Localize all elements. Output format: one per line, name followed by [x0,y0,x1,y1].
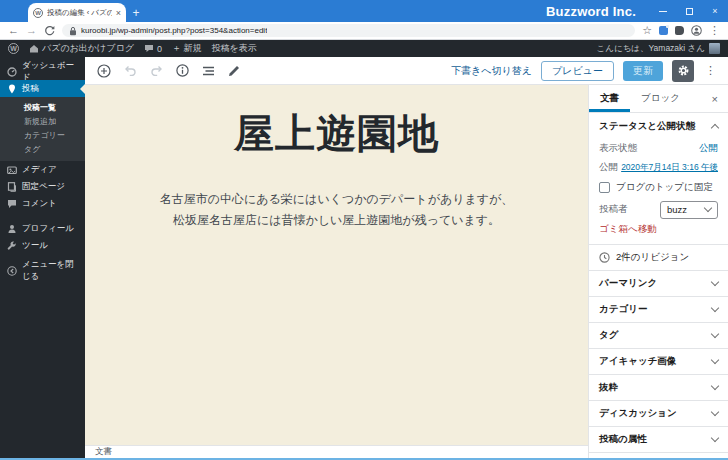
chevron-down-icon [711,434,719,442]
undo-icon[interactable] [124,65,137,76]
back-icon[interactable]: ← [8,25,19,36]
work-row: 屋上遊園地 名古屋市の中心にある栄にはいくつかのデパートがありますが、 松坂屋名… [85,85,728,458]
close-button[interactable]: × [702,0,728,22]
reload-icon[interactable] [44,25,55,36]
chevron-down-icon [711,408,719,416]
editor-tools [97,64,240,78]
extensions-menu-icon[interactable] [675,26,684,35]
editor-canvas-column: 屋上遊園地 名古屋市の中心にある栄にはいくつかのデパートがありますが、 松坂屋名… [85,85,588,458]
submenu-all-posts[interactable]: 投稿一覧 [0,100,85,114]
chevron-down-icon [711,278,719,286]
menu-item-pages[interactable]: 固定ページ [0,178,85,195]
panel-permalink[interactable]: パーマリンク [589,271,728,297]
menu-item-posts[interactable]: 投稿 [0,80,85,97]
comment-count: 0 [157,44,162,54]
comment-bubble-icon [144,44,154,53]
author-select[interactable]: buzz [660,201,718,219]
content-structure-icon[interactable] [176,64,189,77]
tab-close-icon[interactable]: × [116,8,121,18]
sticky-label: ブログのトップに固定 [616,181,713,194]
profile-icon [7,224,17,234]
gear-icon [677,64,690,77]
panel-excerpt[interactable]: 抜粋 [589,375,728,401]
clock-icon [599,252,610,263]
post-title-block[interactable]: 屋上遊園地 [85,109,588,157]
close-settings-icon[interactable]: × [702,85,728,112]
browser-titlebar: W 投稿の編集 ‹ バズのお出かけブログ — × + Buzzword Inc.… [0,0,728,22]
browser-actions: ☆ ⋮ [642,25,720,36]
minimize-button[interactable] [650,0,676,22]
menu-item-profile[interactable]: プロフィール [0,220,85,237]
chevron-down-icon [711,382,719,390]
revisions-row[interactable]: 2件のリビジョン [589,245,728,271]
visibility-row: 表示状態 公開 [589,139,728,158]
menu-item-comments[interactable]: コメント [0,195,85,212]
menu-item-dashboard[interactable]: ダッシュボード [0,63,85,80]
redo-icon[interactable] [150,65,163,76]
publish-date-link[interactable]: 2020年7月14日 3:16 午後 [621,162,718,174]
url-text: kuroobi.jp/wp-admin/post.php?post=354&ac… [81,26,267,35]
status-panel-header[interactable]: ステータスと公開状態 [589,113,728,139]
browser-menu-icon[interactable]: ⋮ [709,25,720,36]
move-to-trash-link[interactable]: ゴミ箱へ移動 [599,223,657,234]
browser-tab[interactable]: W 投稿の編集 ‹ バズのお出かけブログ — × [28,3,126,22]
edit-pencil-icon[interactable] [228,65,240,77]
settings-gear-button[interactable] [672,60,694,82]
admin-bar-view-post[interactable]: 投稿を表示 [211,42,256,55]
breadcrumb[interactable]: 文書 [95,446,112,458]
extension-icon[interactable] [659,26,668,35]
wp-admin-menu: ダッシュボード 投稿 投稿一覧 新規追加 カテゴリー タグ メディア 固定ページ [0,57,85,458]
post-paragraph-block[interactable]: 名古屋市の中心にある栄にはいくつかのデパートがありますが、 松坂屋名古屋店には昔… [85,189,588,231]
panel-title: タグ [599,329,618,342]
wordpress-logo-icon[interactable]: W [8,43,19,54]
more-tools-icon[interactable]: ⋮ [703,64,718,77]
bookmark-star-icon[interactable]: ☆ [642,25,652,36]
list-view-icon[interactable] [202,66,215,76]
editor-header-actions: 下書きへ切り替え プレビュー 更新 ⋮ [451,60,718,82]
admin-bar-site[interactable]: バズのお出かけブログ [29,42,134,55]
new-tab-button[interactable]: + [126,3,146,22]
preview-button[interactable]: プレビュー [541,61,614,81]
submenu-tags[interactable]: タグ [0,142,85,156]
panel-discussion[interactable]: ディスカッション [589,401,728,427]
panel-tags[interactable]: タグ [589,323,728,349]
menu-collapse[interactable]: メニューを閉じる [0,262,85,279]
tab-document[interactable]: 文書 [589,85,630,112]
lock-icon [69,26,77,36]
panel-title: ステータスと公開状態 [599,120,695,133]
address-bar[interactable]: kuroobi.jp/wp-admin/post.php?post=354&ac… [62,24,635,37]
block-breadcrumb-bar: 文書 [85,445,588,458]
panel-categories[interactable]: カテゴリー [589,297,728,323]
visibility-link[interactable]: 公開 [699,142,718,155]
menu-label: プロフィール [22,223,74,235]
editor-canvas[interactable]: 屋上遊園地 名古屋市の中心にある栄にはいくつかのデパートがありますが、 松坂屋名… [85,85,588,445]
trash-row: ゴミ箱へ移動 [589,221,728,244]
pushpin-icon [7,84,17,94]
switch-to-draft-link[interactable]: 下書きへ切り替え [451,64,532,78]
profile-icon[interactable] [691,25,702,36]
panel-title: カテゴリー [599,303,647,316]
admin-bar-new[interactable]: ＋ 新規 [172,42,202,55]
settings-tabs: 文書 ブロック × [589,85,728,113]
tab-title: 投稿の編集 ‹ バズのお出かけブログ — [47,8,112,18]
wp-admin-bar: W バズのお出かけブログ 0 ＋ 新規 投稿を表示 こんにちは、Yamazaki… [0,40,728,57]
update-button[interactable]: 更新 [623,61,663,81]
sticky-checkbox[interactable] [599,182,610,193]
posts-submenu: 投稿一覧 新規追加 カテゴリー タグ [0,97,85,161]
admin-bar-account[interactable]: こんにちは、Yamazaki さん [597,43,720,55]
submenu-categories[interactable]: カテゴリー [0,128,85,142]
menu-item-tools[interactable]: ツール [0,237,85,254]
forward-icon[interactable]: → [26,25,37,36]
tab-block[interactable]: ブロック [630,85,691,112]
maximize-button[interactable] [676,0,702,22]
visibility-label: 表示状態 [599,142,637,155]
main-area: ダッシュボード 投稿 投稿一覧 新規追加 カテゴリー タグ メディア 固定ページ [0,57,728,458]
paragraph-line: 松坂屋名古屋店には昔懐かしい屋上遊園地が残っています。 [85,210,588,231]
submenu-add-new[interactable]: 新規追加 [0,114,85,128]
media-icon [7,165,17,175]
block-inserter-icon[interactable] [97,64,111,78]
panel-post-attributes[interactable]: 投稿の属性 [589,427,728,453]
panel-featured-image[interactable]: アイキャッチ画像 [589,349,728,375]
admin-bar-comments[interactable]: 0 [144,44,162,54]
menu-item-media[interactable]: メディア [0,161,85,178]
